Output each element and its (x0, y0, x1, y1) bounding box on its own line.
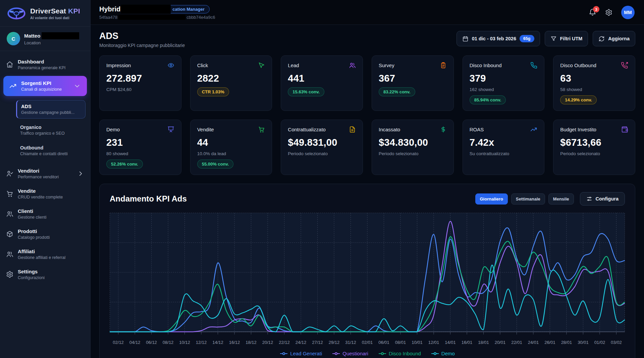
configure-button[interactable]: Configura (580, 192, 625, 206)
sidebar-subitem-ads[interactable]: ADSGestione campagne pubbli... (16, 100, 86, 119)
chart-title: Andamento KPI Ads (110, 194, 187, 204)
granularity-button-mensile[interactable]: Mensile (548, 193, 574, 205)
x-axis-tick-label: 12/01 (428, 340, 439, 345)
granularity-button-settimanale[interactable]: Settimanale (511, 193, 545, 205)
box-icon (6, 230, 13, 238)
calendar-icon (462, 36, 469, 42)
kpi-label: Contrattualizzato (288, 126, 326, 132)
trend-icon (530, 126, 537, 133)
kpi-card-incassato: Incassato$34.830,00Periodo selezionato (372, 120, 454, 175)
user-avatar[interactable]: C (7, 32, 20, 45)
kpi-value: 272.897 (106, 73, 174, 84)
sidebar-item-affiliati[interactable]: AffiliatiGestione affiliati e referral (0, 244, 90, 264)
legend-label: Disco Inbound (389, 351, 421, 356)
x-axis-tick-label: 06/01 (378, 340, 389, 345)
nav-item-subtitle: CRUD vendite complete (18, 195, 84, 199)
users-icon (6, 210, 13, 218)
legend-item-lead-generati[interactable]: Lead Generati (280, 351, 322, 356)
sidebar-subitem-outbound[interactable]: OutboundChiamate e contatti diretti (16, 142, 86, 160)
x-axis-tick-label: 08/12 (163, 340, 174, 345)
sidebar-subitem-organico[interactable]: OrganicoTraffico organico e SEO (16, 121, 86, 139)
kpi-subtext: Su contrattualizzato (470, 151, 538, 156)
trend-icon (9, 82, 17, 90)
x-axis-tick-label: 18/01 (478, 340, 489, 345)
logo-text: DriverSeat KPI Al volante dei tuoi dati (30, 7, 80, 20)
kpi-label: Impression (106, 62, 131, 68)
nav-item-subtitle: Gestione clienti (18, 215, 84, 220)
kpi-subtext: 58 showed (560, 87, 628, 92)
kpi-value: 441 (288, 73, 356, 84)
eye-icon (167, 62, 174, 69)
granularity-button-giornaliero[interactable]: Giornaliero (475, 193, 508, 205)
sidebar-item-settings[interactable]: SettingsConfigurazioni (0, 264, 90, 284)
x-axis-tick-label: 10/01 (412, 340, 423, 345)
kpi-value: 367 (379, 73, 447, 84)
userCheck-icon (6, 170, 13, 177)
kpi-conversion-badge: CTR 1.03% (197, 87, 229, 96)
nav-item-title: Vendite (18, 188, 84, 194)
x-axis-tick-label: 24/12 (296, 340, 307, 345)
sidebar-item-prodotti[interactable]: ProdottiCatalogo prodotti (0, 224, 90, 244)
utm-filters-label: Filtri UTM (560, 36, 583, 41)
kpi-value: $49.831,00 (288, 137, 356, 148)
kpi-value: 231 (106, 137, 174, 148)
gear-icon (605, 9, 612, 16)
app-name: DriverSeat (30, 7, 66, 15)
redaction-box (42, 32, 79, 39)
redaction-box (121, 5, 171, 13)
logo-block: DriverSeat KPI Al volante dei tuoi dati (0, 0, 90, 27)
kpi-conversion-badge: 52.26% conv. (106, 160, 143, 169)
app-tagline: Al volante dei tuoi dati (30, 16, 80, 20)
line-chart (110, 211, 625, 339)
kpi-subtext: 162 showed (470, 87, 538, 92)
kpi-label: Budget Investito (560, 126, 596, 132)
sidebar-subnav: ADSGestione campagne pubbli...OrganicoTr… (0, 97, 90, 164)
page-title: ADS (99, 31, 185, 41)
x-axis-tick-label: 03/02 (611, 340, 622, 345)
kpi-card-roas: ROAS7.42xSu contrattualizzato (463, 120, 545, 175)
profile-avatar[interactable]: MM (621, 6, 635, 19)
chart-plot: 02/1204/1206/1208/1210/1212/1214/1216/12… (110, 211, 625, 357)
main-column: Hybrid cation Manager 54faa478 cbbb74e4a… (91, 0, 644, 358)
kpi-subtext: Periodo selezionato (288, 151, 356, 156)
cart-icon (6, 190, 13, 197)
x-axis-tick-label: 30/01 (578, 340, 589, 345)
legend-item-demo[interactable]: Demo (431, 351, 455, 356)
kpi-card-disco-outbound: Disco Outbound6358 showed14.29% conv. (553, 55, 635, 111)
sidebar-item-sorgenti-kpi[interactable]: Sorgenti KPICanali di acquisizione (3, 76, 87, 96)
x-axis-tick-label: 27/12 (312, 340, 323, 345)
workspace-id-suffix: cbbb74e4a9c6 (186, 15, 215, 20)
sidebar-item-clienti[interactable]: ClientiGestione clienti (0, 204, 90, 224)
utm-filters-button[interactable]: Filtri UTM (545, 31, 588, 46)
funnel-icon (550, 36, 557, 42)
sidebar-item-dashboard[interactable]: DashboardPanoramica generale KPI (0, 54, 90, 75)
legend-label: Questionari (342, 351, 368, 356)
nav-item-subtitle: Panoramica generale KPI (18, 65, 84, 70)
date-range-button[interactable]: 01 dic - 03 feb 2026 65g (457, 31, 540, 46)
kpi-value: 44 (197, 137, 265, 148)
kpi-label: Click (197, 62, 208, 68)
chart-card: Andamento KPI Ads GiornalieroSettimanale… (99, 184, 635, 358)
settings-button[interactable] (605, 9, 612, 16)
kpi-value: 2822 (197, 73, 265, 84)
x-axis-tick-label: 28/01 (561, 340, 572, 345)
refresh-button[interactable]: Aggiorna (593, 31, 635, 46)
kpi-subtext: Periodo selezionato (560, 151, 628, 156)
sidebar-item-venditori[interactable]: VenditoriPerformance venditori (0, 164, 90, 184)
legend-item-questionari[interactable]: Questionari (332, 351, 368, 356)
x-axis-tick-label: 04/12 (129, 340, 141, 345)
refresh-icon (598, 36, 605, 42)
nav-item-subtitle: Canali di acquisizione (21, 87, 69, 92)
nav-item-title: Venditori (18, 168, 72, 174)
chart-legend: Lead GeneratiQuestionariDisco InboundDem… (110, 351, 625, 357)
notifications-button[interactable]: 3 (589, 8, 596, 16)
kpi-card-budget-investito: Budget Investito$6713,66Periodo selezion… (553, 120, 635, 175)
subitem-title: Organico (20, 125, 82, 130)
sidebar-item-vendite[interactable]: VenditeCRUD vendite complete (0, 184, 90, 204)
x-axis-tick-label: 22/01 (511, 340, 522, 345)
user-block[interactable]: C Matteo Location (0, 27, 90, 51)
kpi-card-click: Click2822CTR 1.03% (190, 55, 272, 111)
legend-item-disco-inbound[interactable]: Disco Inbound (378, 351, 421, 356)
steering-wheel-logo-icon (7, 6, 26, 21)
nav-item-subtitle: Catalogo prodotti (18, 235, 84, 240)
